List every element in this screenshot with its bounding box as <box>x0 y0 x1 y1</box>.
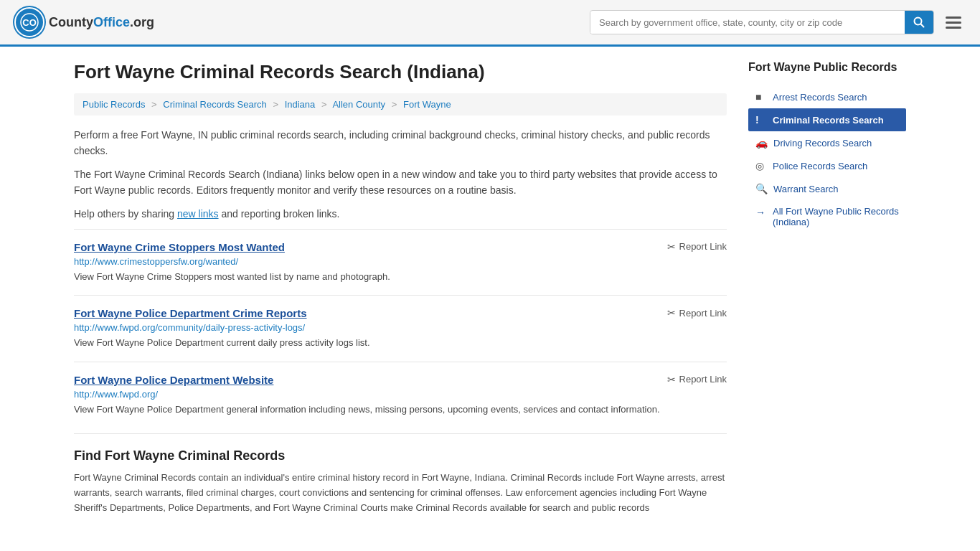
report-link-label-3: Report Link <box>679 374 727 385</box>
sidebar-item-label-arrest: Arrest Records Search <box>773 92 867 103</box>
link-header-2: Fort Wayne Police Department Crime Repor… <box>74 307 727 319</box>
sidebar-all-label: All Fort Wayne Public Records (Indiana) <box>773 206 899 227</box>
link-title-3[interactable]: Fort Wayne Police Department Website <box>74 374 273 386</box>
link-title-2[interactable]: Fort Wayne Police Department Crime Repor… <box>74 307 307 319</box>
link-url-2: http://www.fwpd.org/community/daily-pres… <box>74 322 727 333</box>
report-icon-3: ✂ <box>667 374 676 385</box>
link-desc-2: View Fort Wayne Police Department curren… <box>74 336 727 350</box>
search-bar <box>590 10 934 34</box>
warrant-search-icon: 🔍 <box>755 183 768 194</box>
driving-records-icon: 🚗 <box>755 137 768 149</box>
logo-icon: CO <box>14 7 44 37</box>
breadcrumb-allen-county[interactable]: Allen County <box>332 99 385 110</box>
breadcrumb-indiana[interactable]: Indiana <box>285 99 316 110</box>
link-entries: Fort Wayne Crime Stoppers Most Wanted ✂ … <box>74 229 727 428</box>
sidebar-title: Fort Wayne Public Records <box>748 61 906 78</box>
svg-line-3 <box>921 24 924 27</box>
report-link-label-2: Report Link <box>679 308 727 319</box>
breadcrumb-public-records[interactable]: Public Records <box>83 99 145 110</box>
report-link-button-1[interactable]: ✂ Report Link <box>667 241 727 253</box>
all-records-icon: → <box>755 207 767 218</box>
breadcrumb-sep-2: > <box>273 99 278 110</box>
report-icon-2: ✂ <box>667 307 676 319</box>
sidebar: Fort Wayne Public Records ■ Arrest Recor… <box>748 61 906 516</box>
link-desc-3: View Fort Wayne Police Department genera… <box>74 402 727 417</box>
logo-text: CountyOffice.org <box>49 15 154 30</box>
new-links-link[interactable]: new links <box>177 208 219 220</box>
criminal-records-icon: ! <box>755 114 767 126</box>
police-records-icon: ◎ <box>755 160 767 171</box>
link-header-3: Fort Wayne Police Department Website ✂ R… <box>74 374 727 386</box>
section-criminal-records: Find Fort Wayne Criminal Records Fort Wa… <box>74 433 727 515</box>
menu-button[interactable] <box>941 14 966 32</box>
sidebar-item-label-criminal: Criminal Records Search <box>773 115 884 126</box>
sidebar-item-arrest-records[interactable]: ■ Arrest Records Search <box>748 85 906 108</box>
sidebar-all-records-link[interactable]: → All Fort Wayne Public Records (Indiana… <box>748 200 906 233</box>
main-container: Fort Wayne Criminal Records Search (Indi… <box>60 47 920 530</box>
report-icon-1: ✂ <box>667 241 676 253</box>
link-entry-1: Fort Wayne Crime Stoppers Most Wanted ✂ … <box>74 229 727 296</box>
intro-paragraph-3: Help others by sharing new links and rep… <box>74 206 727 222</box>
section-title: Find Fort Wayne Criminal Records <box>74 448 727 463</box>
search-input[interactable] <box>590 11 905 34</box>
header-right <box>590 10 966 34</box>
sidebar-item-criminal-records[interactable]: ! Criminal Records Search <box>748 108 906 131</box>
link-header-1: Fort Wayne Crime Stoppers Most Wanted ✂ … <box>74 241 727 253</box>
logo-area: CO CountyOffice.org <box>14 7 154 37</box>
intro3-pre: Help others by sharing <box>74 208 177 220</box>
report-link-button-2[interactable]: ✂ Report Link <box>667 307 727 319</box>
link-title-1[interactable]: Fort Wayne Crime Stoppers Most Wanted <box>74 241 285 253</box>
breadcrumb-sep-3: > <box>321 99 327 110</box>
link-url-1: http://www.crimestoppersfw.org/wanted/ <box>74 256 727 267</box>
intro-paragraph-1: Perform a free Fort Wayne, IN public cri… <box>74 127 727 159</box>
sidebar-item-label-driving: Driving Records Search <box>773 138 872 149</box>
breadcrumb-criminal-records-search[interactable]: Criminal Records Search <box>163 99 267 110</box>
search-button[interactable] <box>905 11 933 34</box>
section-text: Fort Wayne Criminal Records contain an i… <box>74 471 727 515</box>
breadcrumb: Public Records > Criminal Records Search… <box>74 93 727 116</box>
report-link-button-3[interactable]: ✂ Report Link <box>667 374 727 385</box>
sidebar-item-warrant-search[interactable]: 🔍 Warrant Search <box>748 177 906 200</box>
link-url-3: http://www.fwpd.org/ <box>74 389 727 400</box>
page-title: Fort Wayne Criminal Records Search (Indi… <box>74 61 727 83</box>
breadcrumb-sep-1: > <box>151 99 157 110</box>
intro3-post: and reporting broken links. <box>219 208 340 220</box>
sidebar-item-driving-records[interactable]: 🚗 Driving Records Search <box>748 131 906 154</box>
link-desc-1: View Fort Wayne Crime Stoppers most want… <box>74 270 727 284</box>
arrest-records-icon: ■ <box>755 91 767 103</box>
site-header: CO CountyOffice.org <box>0 0 980 47</box>
link-entry-2: Fort Wayne Police Department Crime Repor… <box>74 295 727 362</box>
sidebar-item-label-warrant: Warrant Search <box>773 184 839 194</box>
intro-paragraph-2: The Fort Wayne Criminal Records Search (… <box>74 166 727 199</box>
sidebar-item-police-records[interactable]: ◎ Police Records Search <box>748 154 906 177</box>
breadcrumb-fort-wayne[interactable]: Fort Wayne <box>403 99 451 110</box>
svg-text:CO: CO <box>22 17 37 28</box>
sidebar-item-label-police: Police Records Search <box>773 161 867 171</box>
link-entry-3: Fort Wayne Police Department Website ✂ R… <box>74 362 727 428</box>
content-area: Fort Wayne Criminal Records Search (Indi… <box>74 61 727 516</box>
report-link-label-1: Report Link <box>679 241 727 252</box>
breadcrumb-sep-4: > <box>392 99 397 110</box>
